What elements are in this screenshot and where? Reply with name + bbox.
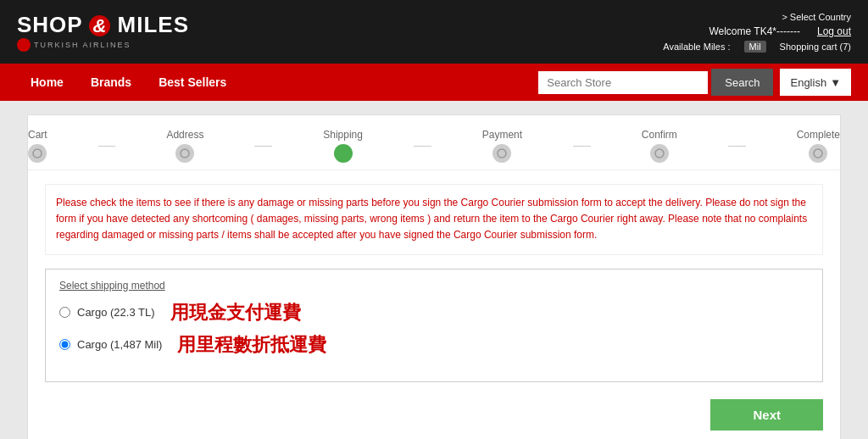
step-payment-circle (492, 144, 511, 163)
search-area: Search English ▼ (538, 69, 851, 96)
nav-best-sellers[interactable]: Best Sellers (145, 64, 240, 101)
step-complete: Complete (797, 129, 840, 163)
top-header: SHOP & MILES TURKISH AIRLINES > Select C… (0, 0, 868, 64)
svg-point-5 (814, 149, 822, 158)
ta-logo-icon (17, 38, 31, 52)
svg-point-2 (339, 149, 348, 158)
step-complete-label: Complete (797, 129, 840, 141)
chevron-down-icon: ▼ (830, 76, 841, 89)
step-connector-3 (414, 146, 431, 147)
search-input[interactable] (538, 71, 708, 94)
step-cart: Cart (28, 129, 47, 163)
warning-box: Please check the items to see if there i… (45, 184, 823, 255)
step-connector-5 (728, 146, 746, 147)
welcome-user: TK4*------- (754, 25, 800, 37)
next-button[interactable]: Next (710, 399, 823, 431)
next-btn-row: Next (28, 392, 840, 439)
welcome-row: Welcome TK4*------- Log out (709, 25, 851, 37)
svg-point-4 (655, 149, 664, 158)
step-confirm-label: Confirm (642, 129, 677, 141)
step-payment-label: Payment (482, 129, 522, 141)
step-shipping-circle (334, 144, 353, 163)
step-address-circle (175, 144, 194, 163)
shipping-radio-2[interactable] (59, 339, 70, 350)
step-cart-label: Cart (28, 129, 47, 141)
shipping-section: Select shipping method Cargo (22.3 TL) 用… (45, 269, 823, 382)
step-payment: Payment (482, 129, 522, 163)
logo: SHOP & MILES (17, 12, 189, 38)
language-button[interactable]: English ▼ (780, 69, 851, 96)
select-country[interactable]: > Select Country (782, 12, 851, 22)
nav-brands[interactable]: Brands (77, 64, 145, 101)
step-address-label: Address (166, 129, 203, 141)
shipping-label-2[interactable]: Cargo (1,487 Mil) (77, 338, 162, 351)
main-content: Cart Address Shipping Payment (27, 114, 841, 439)
nav-bar: Home Brands Best Sellers Search English … (0, 64, 868, 101)
available-miles-label: Available Miles : (663, 42, 730, 52)
warning-text: Please check the items to see if there i… (56, 197, 807, 241)
step-connector-1 (98, 146, 116, 147)
steps-bar: Cart Address Shipping Payment (28, 115, 840, 170)
nav-home[interactable]: Home (17, 64, 77, 101)
step-shipping: Shipping (323, 129, 363, 163)
step-address: Address (166, 129, 203, 163)
shopping-cart-link[interactable]: Shopping cart (7) (780, 42, 851, 52)
logout-link[interactable]: Log out (817, 25, 851, 37)
shipping-option-2: Cargo (1,487 Mil) 用里程數折抵運費 (59, 332, 809, 358)
step-connector-4 (573, 146, 591, 147)
welcome-text: Welcome TK4*------- (709, 25, 800, 37)
shipping-chinese-2: 用里程數折抵運費 (177, 332, 326, 358)
step-confirm: Confirm (642, 129, 677, 163)
step-cart-circle (28, 144, 47, 163)
miles-value: Mil (744, 41, 766, 53)
logo-area: SHOP & MILES TURKISH AIRLINES (17, 12, 189, 52)
svg-point-1 (181, 149, 189, 158)
nav-links: Home Brands Best Sellers (17, 64, 240, 101)
shipping-title: Select shipping method (59, 280, 809, 292)
shipping-option-1: Cargo (22.3 TL) 用現金支付運費 (59, 300, 809, 325)
step-complete-circle (809, 144, 827, 163)
shipping-chinese-1: 用現金支付運費 (170, 300, 301, 325)
shipping-radio-1[interactable] (59, 307, 70, 318)
step-connector-2 (254, 146, 272, 147)
header-right: > Select Country Welcome TK4*------- Log… (663, 12, 851, 53)
svg-point-0 (33, 149, 42, 158)
logo-subtitle: TURKISH AIRLINES (17, 38, 131, 52)
step-shipping-label: Shipping (323, 129, 363, 141)
search-button[interactable]: Search (711, 69, 773, 96)
svg-point-3 (498, 149, 506, 158)
step-confirm-circle (650, 144, 669, 163)
shipping-label-1[interactable]: Cargo (22.3 TL) (77, 306, 155, 319)
miles-row: Available Miles : Mil Shopping cart (7) (663, 41, 851, 53)
